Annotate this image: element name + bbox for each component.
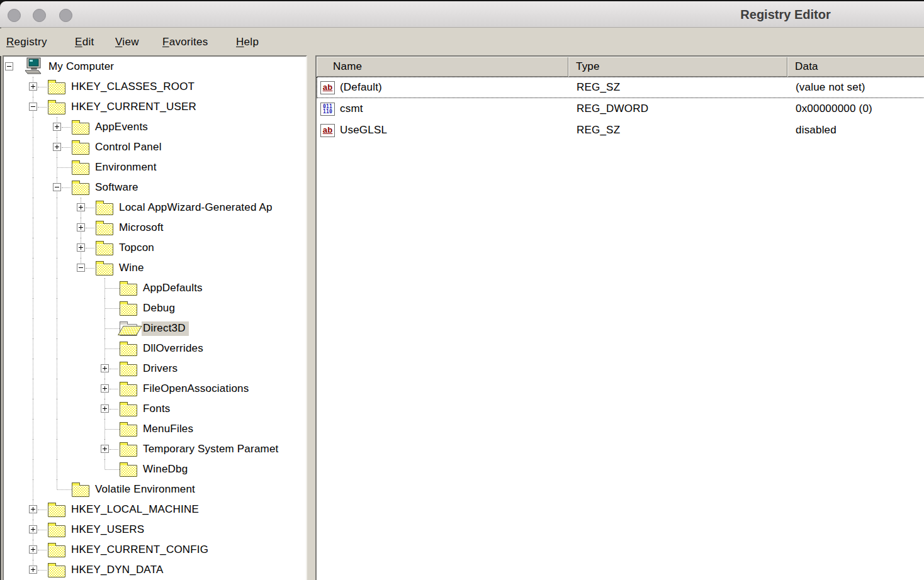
tree-item-my-computer[interactable]: My Computer <box>4 57 306 77</box>
expand-toggle-plus[interactable] <box>53 123 61 131</box>
tree-item-label[interactable]: HKEY_DYN_DATA <box>70 563 167 577</box>
tree-item-environment[interactable]: Environment <box>4 157 306 177</box>
expand-toggle-minus[interactable] <box>77 264 85 272</box>
expand-toggle-plus[interactable] <box>77 243 85 252</box>
tree-item-label[interactable]: Temporary System Paramet <box>142 442 281 457</box>
expand-toggle-plus[interactable] <box>29 525 37 533</box>
expand-toggle-plus[interactable] <box>101 364 109 372</box>
tree-node: Temporary System Paramet <box>118 439 281 459</box>
tree-item-label[interactable]: Environment <box>94 160 160 175</box>
tree-guide-line <box>33 399 33 419</box>
tree-item-label[interactable]: Fonts <box>142 402 174 416</box>
tree-item-software[interactable]: Software <box>4 177 306 198</box>
tree-item-label[interactable]: HKEY_CURRENT_USER <box>70 100 200 114</box>
registry-value-row-useglsl[interactable]: abUseGLSLREG_SZdisabled <box>317 120 924 141</box>
folder-icon <box>120 364 137 376</box>
tree-item-label[interactable]: My Computer <box>47 60 117 74</box>
tree-guide-line <box>33 177 33 198</box>
tree-guide-line <box>86 248 94 248</box>
tree-item-local-appwizard-generated-ap[interactable]: Local AppWizard-Generated Ap <box>4 198 306 218</box>
tree-guide-line <box>57 399 57 419</box>
expand-toggle-plus[interactable] <box>101 384 109 393</box>
tree-item-microsoft[interactable]: Microsoft <box>4 218 306 238</box>
tree-guide-line <box>105 308 120 309</box>
menu-edit[interactable]: Edit <box>75 28 94 56</box>
registry-value-row-default[interactable]: ab(Default)REG_SZ(value not set) <box>317 77 924 98</box>
values-rows: ab(Default)REG_SZ(value not set)011110cs… <box>317 77 924 141</box>
expand-toggle-plus[interactable] <box>77 203 85 211</box>
tree-item-label[interactable]: Volatile Environment <box>94 482 198 497</box>
tree-item-hkey-local-machine[interactable]: HKEY_LOCAL_MACHINE <box>4 499 306 520</box>
tree-item-label[interactable]: HKEY_CURRENT_CONFIG <box>70 543 211 557</box>
expand-toggle-plus[interactable] <box>101 445 109 453</box>
expand-toggle-plus[interactable] <box>29 566 37 574</box>
tree-item-debug[interactable]: Debug <box>4 298 306 318</box>
tree-item-label[interactable]: Microsoft <box>118 221 167 235</box>
tree-item-temporary-system-paramet[interactable]: Temporary System Paramet <box>4 439 306 459</box>
tree-item-appdefaults[interactable]: AppDefaults <box>4 278 306 298</box>
folder-icon <box>72 143 89 155</box>
tree-item-label[interactable]: Direct3D <box>142 321 189 336</box>
expand-toggle-minus[interactable] <box>53 183 61 191</box>
value-name-cell: abUseGLSL <box>317 124 568 137</box>
tree-item-label[interactable]: HKEY_CLASSES_ROOT <box>70 80 198 94</box>
column-header-type[interactable]: Type <box>568 57 787 77</box>
tree-item-hkey-users[interactable]: HKEY_USERS <box>4 520 306 540</box>
tree-item-volatile-environment[interactable]: Volatile Environment <box>4 479 306 499</box>
close-button[interactable] <box>8 9 21 22</box>
column-header-name[interactable]: Name <box>317 57 568 77</box>
expand-toggle-plus[interactable] <box>77 223 85 231</box>
tree-item-wine[interactable]: Wine <box>4 258 306 278</box>
expand-toggle-plus[interactable] <box>29 545 37 554</box>
tree-item-label[interactable]: HKEY_USERS <box>70 523 147 537</box>
tree-guide-line <box>33 218 33 238</box>
registry-value-row-csmt[interactable]: 011110csmtREG_DWORD0x00000000 (0) <box>317 98 924 120</box>
tree-item-hkey-dyn-data[interactable]: HKEY_DYN_DATA <box>4 560 306 580</box>
minimize-button[interactable] <box>33 9 46 22</box>
tree-item-drivers[interactable]: Drivers <box>4 359 306 379</box>
tree-item-label[interactable]: Debug <box>142 301 178 316</box>
tree-item-hkey-current-config[interactable]: HKEY_CURRENT_CONFIG <box>4 540 306 560</box>
tree-item-label[interactable]: Control Panel <box>94 140 165 155</box>
tree-item-label[interactable]: HKEY_LOCAL_MACHINE <box>70 503 202 517</box>
tree-item-topcon[interactable]: Topcon <box>4 238 306 258</box>
menu-favorites[interactable]: Favorites <box>162 28 208 56</box>
tree-item-label[interactable]: Local AppWizard-Generated Ap <box>118 201 276 215</box>
tree-item-label[interactable]: WineDbg <box>142 462 191 477</box>
tree-item-hkey-classes-root[interactable]: HKEY_CLASSES_ROOT <box>4 77 306 97</box>
expand-toggle-plus[interactable] <box>53 143 61 151</box>
expand-toggle-plus[interactable] <box>29 82 37 91</box>
panel-splitter[interactable] <box>307 55 315 580</box>
column-header-data[interactable]: Data <box>787 57 924 77</box>
menu-view[interactable]: View <box>115 28 139 56</box>
tree-item-dlloverrides[interactable]: DllOverrides <box>4 338 306 359</box>
tree-item-label[interactable]: Wine <box>118 261 147 276</box>
value-data-cell: disabled <box>787 124 924 137</box>
zoom-button[interactable] <box>59 9 72 22</box>
tree-item-menufiles[interactable]: MenuFiles <box>4 419 306 439</box>
tree-item-label[interactable]: Software <box>94 181 142 195</box>
tree-item-label[interactable]: AppDefaults <box>142 281 206 296</box>
value-type-cell: REG_DWORD <box>568 103 787 115</box>
tree-item-direct3d[interactable]: Direct3D <box>4 318 306 338</box>
tree-item-winedbg[interactable]: WineDbg <box>4 459 306 479</box>
expand-toggle-plus[interactable] <box>29 505 37 513</box>
tree-item-hkey-current-user[interactable]: HKEY_CURRENT_USER <box>4 97 306 117</box>
tree-item-label[interactable]: Topcon <box>118 241 157 255</box>
expand-toggle-minus[interactable] <box>5 62 13 70</box>
tree-item-label[interactable]: DllOverrides <box>142 342 206 356</box>
tree-item-label[interactable]: MenuFiles <box>142 422 196 437</box>
tree-item-label[interactable]: AppEvents <box>94 120 151 135</box>
menu-registry[interactable]: Registry <box>6 28 47 56</box>
tree-item-fonts[interactable]: Fonts <box>4 399 306 419</box>
tree-item-appevents[interactable]: AppEvents <box>4 117 306 137</box>
tree-item-control-panel[interactable]: Control Panel <box>4 137 306 157</box>
expand-toggle-plus[interactable] <box>101 404 109 413</box>
tree-item-label[interactable]: FileOpenAssociations <box>142 382 252 396</box>
folder-icon <box>48 505 65 517</box>
tree-item-label[interactable]: Drivers <box>142 362 181 376</box>
menu-help[interactable]: Help <box>236 28 259 56</box>
titlebar[interactable]: Registry Editor <box>0 1 924 28</box>
tree-item-fileopenassociations[interactable]: FileOpenAssociations <box>4 379 306 399</box>
expand-toggle-minus[interactable] <box>29 103 37 111</box>
